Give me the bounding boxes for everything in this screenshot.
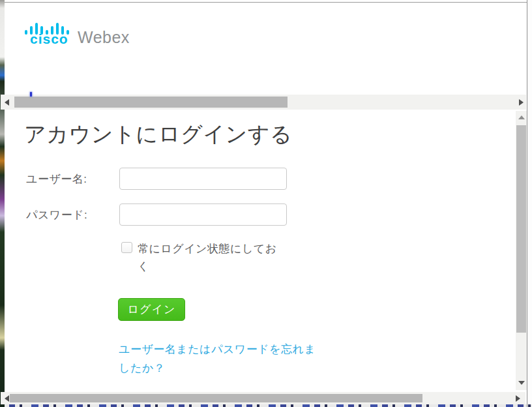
window-right-border xyxy=(527,0,527,407)
background-page-bottom-sliver xyxy=(5,404,532,407)
horizontal-scrollbar-top[interactable] xyxy=(1,95,526,110)
scroll-right-arrow-icon[interactable] xyxy=(516,395,520,402)
background-page-left-sliver xyxy=(0,0,5,407)
webex-wordmark: Webex xyxy=(78,28,130,47)
vertical-scrollbar[interactable] xyxy=(516,111,527,390)
scroll-up-arrow-icon[interactable] xyxy=(518,115,525,119)
login-button[interactable]: ログイン xyxy=(118,298,185,321)
remember-me-checkbox[interactable] xyxy=(121,242,132,253)
password-label: パスワード: xyxy=(26,207,87,222)
text-caret-artifact xyxy=(30,92,32,97)
vertical-scrollbar-thumb[interactable] xyxy=(516,125,526,333)
cisco-wordmark: cisco xyxy=(30,31,68,47)
forgot-credentials-link[interactable]: ユーザー名またはパスワードを忘れましたか？ xyxy=(119,340,318,378)
scroll-left-arrow-icon[interactable] xyxy=(5,395,9,402)
horizontal-scrollbar-bottom-thumb[interactable] xyxy=(10,394,422,402)
scroll-left-arrow-icon[interactable] xyxy=(5,99,9,106)
window-top-border xyxy=(5,2,527,3)
webex-login-window: cisco Webex アカウントにログインする ユーザー名: パスワード: 常… xyxy=(0,0,532,407)
username-label: ユーザー名: xyxy=(26,172,87,187)
remember-me-label[interactable]: 常にログイン状態にしておく xyxy=(138,240,284,275)
password-input[interactable] xyxy=(119,204,287,226)
page-title: アカウントにログインする xyxy=(24,120,292,149)
cisco-webex-logo: cisco Webex xyxy=(25,22,194,51)
scroll-right-arrow-icon[interactable] xyxy=(519,99,524,106)
scroll-down-arrow-icon[interactable] xyxy=(518,381,525,385)
background-page-right-sliver xyxy=(527,0,532,407)
username-input[interactable] xyxy=(119,168,287,190)
horizontal-scrollbar-bottom[interactable] xyxy=(1,392,525,404)
horizontal-scrollbar-top-thumb[interactable] xyxy=(14,97,288,108)
